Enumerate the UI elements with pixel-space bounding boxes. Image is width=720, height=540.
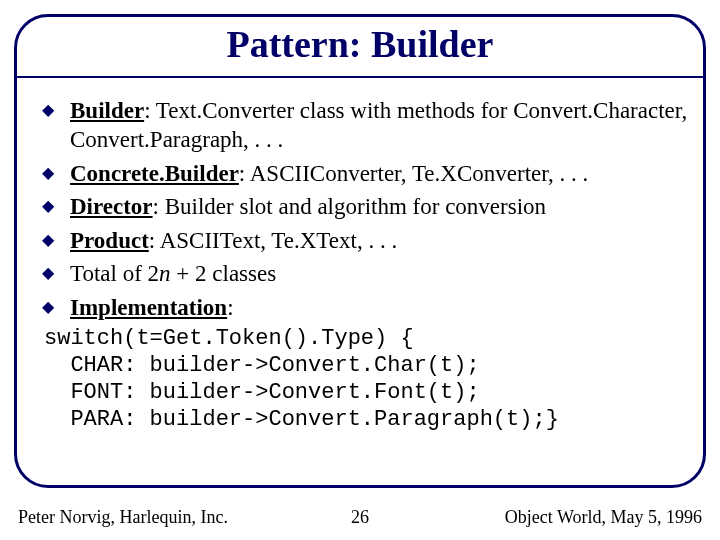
bullet-text: : (227, 295, 233, 320)
bullet-item: Builder: Text.Converter class with metho… (42, 96, 688, 155)
slide-title: Pattern: Builder (226, 23, 493, 65)
bullet-label: Builder (70, 98, 144, 123)
bullet-item: Implementation: (42, 293, 688, 322)
bullet-item: Concrete.Builder: ASCIIConverter, Te.XCo… (42, 159, 688, 188)
bullet-text: + 2 classes (171, 261, 277, 286)
code-block: switch(t=Get.Token().Type) { CHAR: build… (44, 326, 688, 433)
bullet-text: : ASCIIText, Te.XText, . . . (149, 228, 397, 253)
bullet-label: Implementation (70, 295, 227, 320)
bullet-label: Director (70, 194, 153, 219)
slide-body: Builder: Text.Converter class with metho… (42, 96, 688, 433)
bullet-text: Total of 2 (70, 261, 159, 286)
slide: Pattern: Builder Builder: Text.Converter… (0, 0, 720, 540)
footer-right: Object World, May 5, 1996 (505, 507, 702, 528)
bullet-label: Product (70, 228, 149, 253)
bullet-item: Total of 2n + 2 classes (42, 259, 688, 288)
bullet-text: : Builder slot and algorithm for convers… (153, 194, 546, 219)
bullet-text-italic: n (159, 261, 171, 286)
bullet-item: Director: Builder slot and algorithm for… (42, 192, 688, 221)
bullet-item: Product: ASCIIText, Te.XText, . . . (42, 226, 688, 255)
bullet-list: Builder: Text.Converter class with metho… (42, 96, 688, 322)
title-wrap: Pattern: Builder (0, 22, 720, 66)
bullet-text: : ASCIIConverter, Te.XConverter, . . . (239, 161, 588, 186)
title-divider (14, 76, 706, 78)
bullet-text: : Text.Converter class with methods for … (70, 98, 687, 152)
bullet-label: Concrete.Builder (70, 161, 239, 186)
